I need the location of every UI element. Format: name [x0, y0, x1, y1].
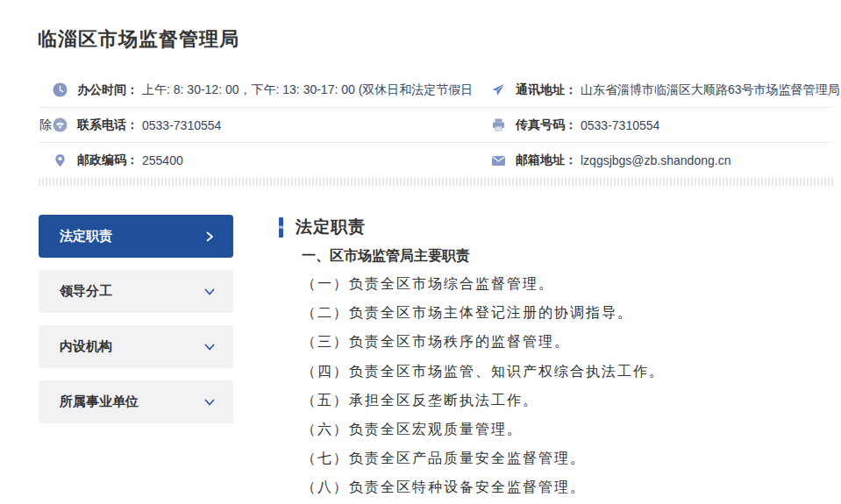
office-hours-item: 办公时间： 上午: 8: 30-12: 00，下午: 13: 30-17: 00…: [39, 82, 477, 98]
duty-item: （二）负责全区市场主体登记注册的协调指导。: [302, 298, 833, 327]
fax-label: 传真号码：: [516, 117, 577, 133]
page-title: 临淄区市场监督管理局: [38, 26, 239, 53]
sidebar-item-label: 内设机构: [60, 338, 112, 355]
telephone-icon: [53, 117, 68, 132]
postcode-value: 255400: [142, 153, 183, 167]
duty-item: （五）承担全区反垄断执法工作。: [302, 386, 833, 415]
duty-item: （四）负责全区市场监管、知识产权综合执法工作。: [302, 357, 833, 386]
contact-row: 除 联系电话： 0533-7310554 传真号码： 0533-7310554: [39, 108, 833, 143]
address-item: 通讯地址： 山东省淄博市临淄区大顺路63号市场监督管理局: [477, 82, 840, 98]
sidebar-item-label: 领导分工: [60, 283, 112, 300]
mail-icon: [491, 153, 506, 168]
clock-icon: [53, 82, 68, 97]
sidebar-nav: 法定职责 领导分工 内设机构 所属事业单位: [39, 215, 233, 502]
duties-list: （一）负责全区市场综合监督管理。 （二）负责全区市场主体登记注册的协调指导。 （…: [302, 269, 833, 502]
phone-label: 联系电话：: [77, 117, 139, 133]
duties-subtitle: 一、区市场监管局主要职责: [302, 247, 833, 266]
sidebar-item-affiliated-institutions[interactable]: 所属事业单位: [39, 380, 233, 423]
sidebar-item-label: 所属事业单位: [60, 394, 139, 410]
duty-item: （三）负责全区市场秩序的监督管理。: [302, 327, 833, 356]
page: 临淄区市场监督管理局 办公时间： 上午: 8: 30-12: 00，下午: 13…: [0, 0, 841, 504]
chevron-down-icon: [203, 396, 216, 408]
phone-value: 0533-7310554: [142, 118, 221, 132]
email-label: 邮箱地址：: [516, 153, 577, 168]
fax-value: 0533-7310554: [581, 118, 659, 132]
main-content: 法定职责 一、区市场监管局主要职责 （一）负责全区市场综合监督管理。 （二）负责…: [279, 215, 833, 502]
chevron-down-icon: [203, 286, 216, 298]
printer-icon: [491, 117, 506, 132]
address-value: 山东省淄博市临淄区大顺路63号市场监督管理局: [581, 82, 840, 98]
phone-item: 除 联系电话： 0533-7310554: [39, 117, 477, 133]
duty-item: （一）负责全区市场综合监督管理。: [302, 269, 833, 298]
contact-info-block: 办公时间： 上午: 8: 30-12: 00，下午: 13: 30-17: 00…: [39, 73, 833, 186]
duty-item: （八）负责全区特种设备安全监督管理。: [302, 472, 833, 501]
section-header: 法定职责: [279, 216, 833, 238]
address-label: 通讯地址：: [516, 82, 577, 98]
contact-row: 办公时间： 上午: 8: 30-12: 00，下午: 13: 30-17: 00…: [39, 73, 833, 108]
section-accent-bar: [279, 217, 283, 238]
postcode-label: 邮政编码：: [77, 153, 139, 168]
postcode-item: 邮政编码： 255400: [39, 153, 477, 168]
contact-row: 邮政编码： 255400 邮箱地址： lzqgsjbgs@zb.shandong…: [39, 143, 833, 178]
wrapped-text-fragment: 除: [39, 117, 52, 133]
office-hours-value: 上午: 8: 30-12: 00，下午: 13: 30-17: 00 (双休日和…: [142, 82, 473, 98]
section-title: 法定职责: [296, 216, 366, 238]
content-layout: 法定职责 领导分工 内设机构 所属事业单位: [39, 215, 833, 502]
location-pin-icon: [53, 153, 68, 168]
office-hours-label: 办公时间：: [77, 82, 139, 98]
email-item: 邮箱地址： lzqgsjbgs@zb.shandong.cn: [477, 153, 833, 168]
email-value: lzqgsjbgs@zb.shandong.cn: [581, 153, 731, 167]
duty-item: （六）负责全区宏观质量管理。: [302, 415, 833, 444]
chevron-down-icon: [203, 341, 216, 353]
sidebar-item-leadership-division[interactable]: 领导分工: [39, 270, 233, 313]
sidebar-item-internal-bodies[interactable]: 内设机构: [39, 325, 233, 368]
send-icon: [491, 82, 506, 97]
duty-item: （七）负责全区产品质量安全监督管理。: [302, 444, 833, 472]
fax-item: 传真号码： 0533-7310554: [477, 117, 833, 133]
sidebar-item-label: 法定职责: [60, 228, 112, 245]
chevron-right-icon: [203, 231, 216, 243]
sidebar-item-statutory-duties[interactable]: 法定职责: [39, 215, 233, 258]
striped-divider: [39, 178, 833, 186]
